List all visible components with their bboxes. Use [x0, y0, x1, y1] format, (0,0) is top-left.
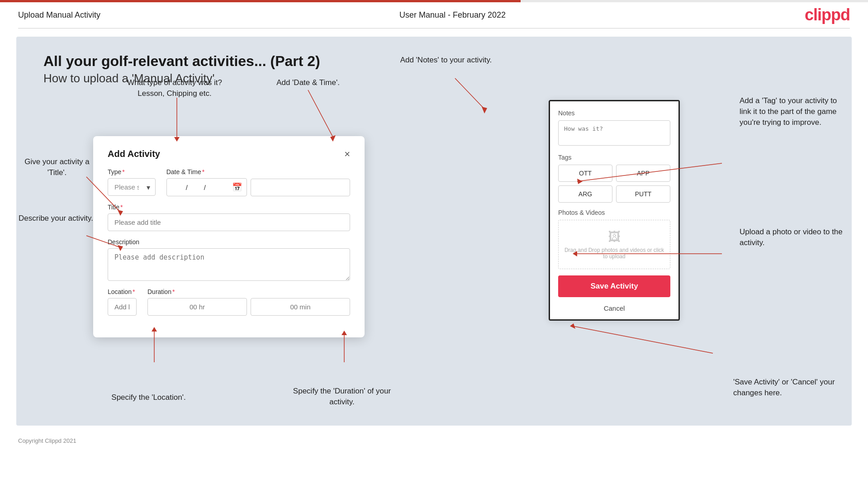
manual-label: User Manual - February 2022 — [399, 10, 506, 20]
title-field-label: Title* — [108, 204, 350, 211]
svg-line-18 — [573, 326, 713, 353]
tag-app[interactable]: APP — [616, 165, 670, 182]
location-label: Location* — [108, 288, 137, 295]
header-divider — [18, 28, 850, 28]
annotation-save-cancel: 'Save Activity' or 'Cancel' your changes… — [733, 377, 846, 398]
svg-marker-19 — [570, 323, 575, 329]
description-textarea[interactable] — [108, 248, 350, 281]
description-group: Description — [108, 238, 350, 281]
type-select-wrapper: Please select ▾ — [108, 178, 156, 196]
dialog-title: Add Activity — [108, 149, 160, 159]
annotation-date-time: Add 'Date & Time'. — [263, 77, 353, 88]
annotation-activity-type: What type of activity was it?Lesson, Chi… — [125, 77, 224, 99]
description-label: Description — [108, 238, 350, 246]
time-input[interactable]: 2:21 PM — [251, 179, 350, 196]
photos-upload-area[interactable]: 🖼 Drag and Drop photos and videos or cli… — [558, 220, 670, 269]
dialog-close-button[interactable]: × — [344, 149, 350, 159]
save-activity-button[interactable]: Save Activity — [558, 275, 670, 297]
tag-arg[interactable]: ARG — [558, 185, 612, 203]
page-label: Upload Manual Activity — [18, 10, 100, 20]
annotation-give-title: Give your activity a 'Title'. — [16, 156, 98, 178]
location-input[interactable] — [108, 298, 137, 316]
logo: clippd — [805, 5, 850, 24]
title-group: Title* — [108, 204, 350, 231]
annotation-describe: Describe your activity. — [16, 213, 95, 224]
photos-drop-text: Drag and Drop photos and videos or click… — [564, 247, 664, 260]
date-year-input[interactable]: 2022 — [208, 184, 228, 191]
top-bar: Upload Manual Activity User Manual - Feb… — [0, 0, 868, 28]
title-input[interactable] — [108, 213, 350, 231]
annotation-photo: Upload a photo or video to the activity. — [740, 227, 844, 248]
copyright-text: Copyright Clippd 2021 — [18, 437, 76, 444]
phone-tags-label: Tags — [558, 154, 670, 161]
type-label: Type* — [108, 168, 156, 175]
datetime-label: Date & Time* — [166, 168, 350, 175]
date-month-input[interactable]: 02 — [190, 184, 202, 191]
add-activity-dialog: Add Activity × Type* Please select ▾ Dat… — [93, 136, 365, 337]
phone-notes-input[interactable] — [558, 120, 670, 146]
date-day-input[interactable]: 15 — [171, 184, 184, 191]
tag-putt[interactable]: PUTT — [616, 185, 670, 203]
photo-upload-icon: 🖼 — [563, 229, 665, 244]
duration-hr-input[interactable] — [147, 298, 247, 316]
date-input-group[interactable]: 15 / 02 / 2022 📅 — [166, 178, 247, 196]
type-group: Type* Please select ▾ — [108, 168, 156, 196]
duration-label: Duration* — [147, 288, 350, 295]
svg-marker-5 — [482, 107, 487, 114]
calendar-icon[interactable]: 📅 — [232, 182, 242, 192]
location-group: Location* — [108, 288, 137, 316]
duration-inputs — [147, 298, 350, 316]
datetime-inputs: 15 / 02 / 2022 📅 2:21 PM — [166, 178, 350, 196]
svg-line-2 — [308, 90, 333, 137]
duration-group: Duration* — [147, 288, 350, 316]
footer: Copyright Clippd 2021 — [0, 434, 868, 448]
duration-min-input[interactable] — [251, 298, 350, 316]
phone-photos-label: Photos & Videos — [558, 209, 670, 216]
datetime-group: Date & Time* 15 / 02 / 2022 📅 2:21 PM — [166, 168, 350, 196]
phone-mockup: Notes Tags OTT APP ARG PUTT Photos & Vid… — [549, 100, 680, 321]
location-duration-row: Location* Duration* — [108, 288, 350, 316]
type-select[interactable]: Please select — [108, 178, 156, 196]
tags-grid: OTT APP ARG PUTT — [558, 165, 670, 203]
type-datetime-row: Type* Please select ▾ Date & Time* 15 / — [108, 168, 350, 196]
cancel-button[interactable]: Cancel — [558, 303, 670, 314]
dialog-header: Add Activity × — [108, 149, 350, 159]
annotation-duration: Specify the 'Duration' of your activity. — [283, 386, 401, 407]
annotation-notes: Add 'Notes' to your activity. — [396, 55, 496, 66]
annotation-tag: Add a 'Tag' to your activity to link it … — [740, 95, 844, 128]
annotation-location: Specify the 'Location'. — [104, 392, 193, 403]
phone-notes-label: Notes — [558, 109, 670, 117]
main-content: All your golf-relevant activities... (Pa… — [16, 37, 852, 426]
tag-ott[interactable]: OTT — [558, 165, 612, 182]
phone-inner: Notes Tags OTT APP ARG PUTT Photos & Vid… — [550, 101, 678, 319]
